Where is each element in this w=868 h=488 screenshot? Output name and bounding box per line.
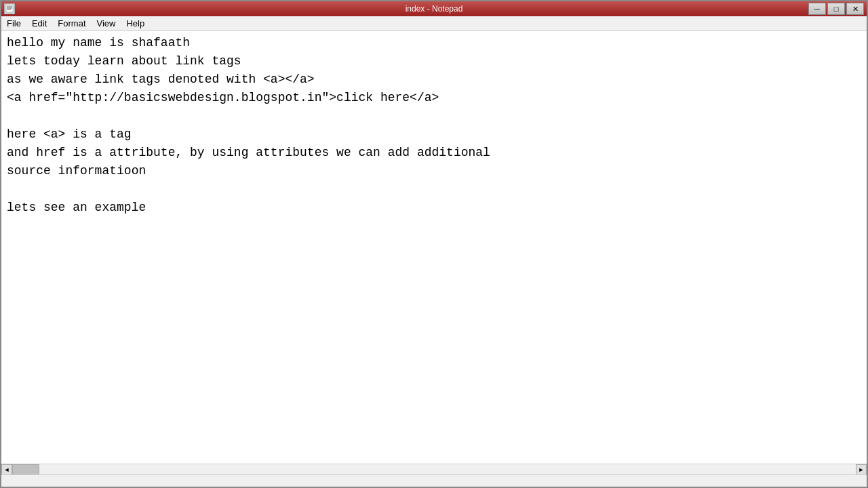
menu-format[interactable]: Format (52, 17, 91, 30)
maximize-button[interactable]: □ (827, 3, 845, 15)
scroll-right-arrow[interactable]: ► (856, 464, 867, 475)
menu-file[interactable]: File (1, 17, 26, 30)
minimize-button[interactable]: ─ (808, 3, 826, 15)
window-title: index - Notepad (406, 4, 463, 14)
scroll-track[interactable] (12, 464, 856, 475)
svg-rect-0 (6, 5, 13, 12)
scroll-thumb[interactable] (12, 464, 39, 475)
horizontal-scrollbar[interactable]: ◄ ► (1, 464, 867, 474)
status-bar (1, 474, 867, 487)
window-controls: ─ □ ✕ (808, 3, 864, 15)
menu-view[interactable]: View (92, 17, 121, 30)
notepad-window: index - Notepad ─ □ ✕ File Edit Format V… (0, 0, 868, 488)
menu-help[interactable]: Help (121, 17, 150, 30)
title-bar-left (4, 3, 15, 14)
title-bar: index - Notepad ─ □ ✕ (1, 1, 867, 16)
scroll-left-arrow[interactable]: ◄ (1, 464, 12, 475)
menu-bar: File Edit Format View Help (1, 16, 867, 31)
app-icon (4, 3, 15, 14)
text-editor[interactable]: hello my name is shafaath lets today lea… (1, 31, 867, 464)
close-button[interactable]: ✕ (846, 3, 864, 15)
menu-edit[interactable]: Edit (26, 17, 52, 30)
